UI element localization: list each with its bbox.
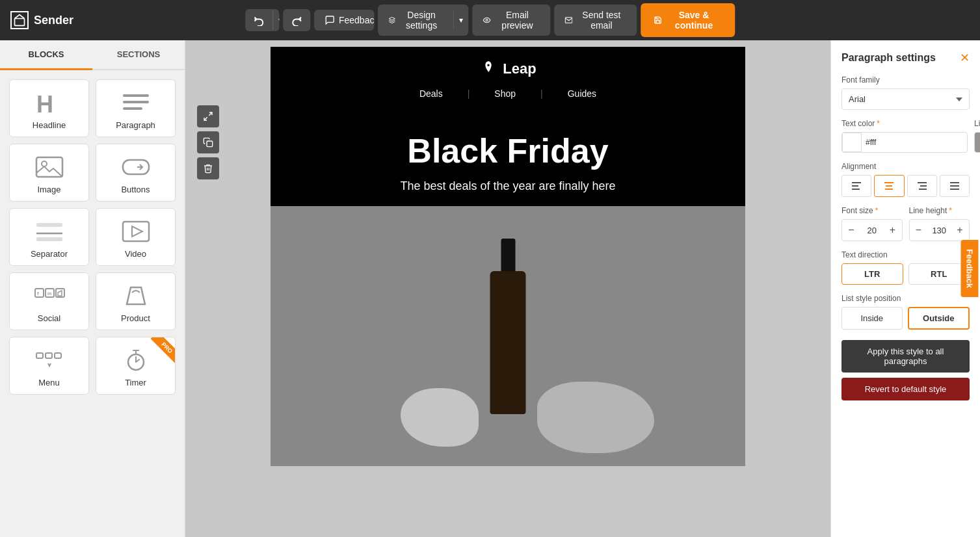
svg-rect-38 xyxy=(950,189,959,190)
design-settings-button[interactable]: Design settings xyxy=(378,5,454,36)
block-social[interactable]: f in Social xyxy=(9,272,89,330)
revert-style-button[interactable]: Revert to default style xyxy=(841,378,970,400)
menu-icon xyxy=(34,348,65,373)
feedback-group: Feedback xyxy=(314,10,375,31)
alignment-row xyxy=(841,175,970,197)
delete-button[interactable] xyxy=(197,157,219,179)
block-video[interactable]: Video xyxy=(96,208,176,266)
font-family-select[interactable]: Arial xyxy=(841,88,970,110)
align-left-button[interactable] xyxy=(841,175,871,197)
email-canvas: Leap Deals | Shop | Guides Black Friday … xyxy=(271,47,745,466)
svg-rect-22 xyxy=(55,353,61,358)
text-color-section: Text color * xyxy=(841,119,968,153)
email-hero-title: Black Friday xyxy=(297,131,719,170)
design-settings-label: Design settings xyxy=(400,10,444,31)
svg-rect-14 xyxy=(35,289,44,297)
topbar-center: ▾ Feedback Design settings xyxy=(245,3,735,37)
email-logo: Leap xyxy=(479,60,536,78)
block-product[interactable]: Product xyxy=(96,272,176,330)
block-menu[interactable]: Menu xyxy=(9,337,89,395)
line-height-decrease[interactable]: − xyxy=(910,220,928,241)
block-paragraph[interactable]: Paragraph xyxy=(96,79,176,137)
align-center-button[interactable] xyxy=(874,175,904,197)
left-sidebar: BLOCKS SECTIONS H Headline xyxy=(0,40,185,537)
text-color-label: Text color * xyxy=(841,119,968,128)
text-color-swatch[interactable] xyxy=(842,133,862,152)
block-image[interactable]: Image xyxy=(9,144,89,202)
blocks-grid: H Headline Paragraph xyxy=(0,70,185,404)
svg-rect-11 xyxy=(36,237,62,241)
nav-guides: Guides xyxy=(568,88,596,99)
svg-rect-28 xyxy=(852,185,858,187)
feedback-side-tab[interactable]: Feedback xyxy=(961,240,979,297)
align-justify-button[interactable] xyxy=(940,175,970,197)
font-size-increase[interactable]: + xyxy=(884,220,902,241)
design-settings-group: Design settings ▾ xyxy=(378,5,469,36)
paragraph-icon xyxy=(120,90,152,115)
list-pos-row: Inside Outside xyxy=(841,307,970,330)
svg-line-25 xyxy=(204,117,207,120)
svg-rect-27 xyxy=(852,182,861,183)
undo-dropdown[interactable]: ▾ xyxy=(272,10,279,30)
inside-button[interactable]: Inside xyxy=(841,307,903,330)
topbar: Sender ▾ Feedback xyxy=(0,0,980,40)
send-test-email-button[interactable]: Send test email xyxy=(554,5,637,36)
nav-sep-2: | xyxy=(540,88,543,99)
product-image xyxy=(271,206,745,466)
feedback-label: Feedback xyxy=(339,15,375,25)
svg-rect-31 xyxy=(886,185,892,187)
block-separator[interactable]: Separator xyxy=(9,208,89,266)
svg-rect-26 xyxy=(207,141,213,147)
undo-group: ▾ xyxy=(245,9,279,31)
text-color-field[interactable] xyxy=(862,135,967,150)
nav-sep-1: | xyxy=(468,88,470,99)
feedback-button[interactable]: Feedback xyxy=(314,10,375,31)
panel-title-row: Paragraph settings ✕ xyxy=(841,51,970,65)
font-size-decrease[interactable]: − xyxy=(842,220,860,241)
svg-text:H: H xyxy=(36,91,53,115)
line-height-value: 130 xyxy=(928,226,951,235)
panel-title: Paragraph settings xyxy=(841,52,936,64)
link-color-swatch[interactable] xyxy=(975,133,980,152)
svg-rect-3 xyxy=(123,94,149,97)
canvas-area: Leap Deals | Shop | Guides Black Friday … xyxy=(185,40,830,537)
block-timer[interactable]: PRO Timer xyxy=(96,337,176,395)
copy-button[interactable] xyxy=(197,131,219,153)
save-continue-button[interactable]: Save & continue xyxy=(641,3,735,37)
svg-rect-8 xyxy=(123,160,149,174)
font-size-label: Font size * xyxy=(841,206,903,215)
svg-rect-33 xyxy=(918,182,927,183)
ltr-button[interactable]: LTR xyxy=(841,263,903,285)
line-height-increase[interactable]: + xyxy=(951,220,969,241)
svg-rect-37 xyxy=(950,185,959,187)
block-image-label: Image xyxy=(37,185,60,194)
block-menu-label: Menu xyxy=(38,378,60,387)
apply-style-button[interactable]: Apply this style to all paragraphs xyxy=(841,340,970,373)
nav-deals: Deals xyxy=(419,88,443,99)
buttons-icon xyxy=(120,155,152,179)
design-settings-caret[interactable]: ▾ xyxy=(453,10,468,30)
email-header: Leap Deals | Shop | Guides xyxy=(271,47,745,112)
email-preview-label: Email preview xyxy=(495,10,540,31)
block-headline[interactable]: H Headline xyxy=(9,79,89,137)
link-color-section: Link color * xyxy=(974,119,980,153)
outside-button[interactable]: Outside xyxy=(908,307,970,330)
size-settings-row: Font size * − 20 + Line height * − 130 + xyxy=(841,206,970,241)
tab-sections[interactable]: SECTIONS xyxy=(92,40,185,70)
product-icon xyxy=(120,283,152,308)
video-icon xyxy=(120,219,152,244)
block-paragraph-label: Paragraph xyxy=(116,120,155,130)
social-icon: f in xyxy=(34,283,65,308)
close-panel-button[interactable]: ✕ xyxy=(960,51,970,65)
tab-blocks[interactable]: BLOCKS xyxy=(0,40,92,70)
email-nav: Deals | Shop | Guides xyxy=(419,88,596,99)
undo-button[interactable] xyxy=(245,9,272,31)
expand-button[interactable] xyxy=(197,105,219,127)
email-preview-button[interactable]: Email preview xyxy=(472,5,550,36)
svg-rect-0 xyxy=(15,19,25,26)
svg-rect-9 xyxy=(36,223,62,227)
redo-button[interactable] xyxy=(283,9,310,31)
block-buttons[interactable]: Buttons xyxy=(96,144,176,202)
save-continue-label: Save & continue xyxy=(666,10,722,31)
align-right-button[interactable] xyxy=(907,175,937,197)
